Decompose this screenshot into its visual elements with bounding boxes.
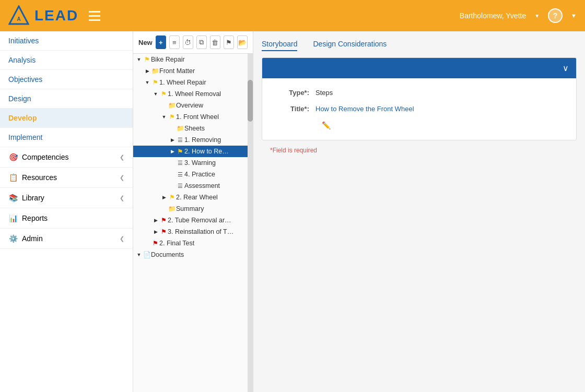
tree-item-rear-wheel[interactable]: ▶ ⚑ 2. Rear Wheel bbox=[133, 192, 248, 203]
label-final-test: 2. Final Test bbox=[159, 240, 248, 247]
tree-item-warning[interactable]: ☰ 3. Warning bbox=[133, 157, 248, 169]
help-button[interactable]: ? bbox=[548, 8, 563, 23]
tree-scrollbar-thumb bbox=[248, 80, 253, 122]
help-dropdown-icon[interactable]: ▼ bbox=[571, 13, 577, 19]
resources-chevron: ❮ bbox=[120, 174, 124, 181]
toggle-how-to-re[interactable]: ▶ bbox=[169, 148, 176, 155]
sidebar-item-design[interactable]: Design bbox=[0, 89, 133, 109]
sidebar-item-reports[interactable]: 📊 Reports bbox=[0, 208, 133, 229]
type-value: Steps bbox=[315, 89, 333, 97]
hamburger-menu[interactable] bbox=[89, 11, 100, 21]
user-name[interactable]: Bartholomew, Yvette bbox=[460, 11, 526, 20]
sidebar: Initiatives Analysis Objectives Design D… bbox=[0, 31, 133, 392]
app-header: A LEAD Bartholomew, Yvette ▼ ? ▼ bbox=[0, 0, 585, 31]
logo-area: A LEAD bbox=[8, 5, 78, 26]
tree-item-summary[interactable]: 📁 Summary bbox=[133, 203, 248, 215]
toggle-sheets bbox=[169, 125, 176, 132]
toggle-tube-removal[interactable]: ▶ bbox=[152, 217, 159, 224]
tree-item-wheel-repair[interactable]: ▼ ⚑ 1. Wheel Repair bbox=[133, 77, 248, 88]
toggle-removing[interactable]: ▶ bbox=[169, 136, 176, 144]
tree-item-front-matter[interactable]: ▶ 📁 Front Matter bbox=[133, 65, 248, 77]
toggle-reinstallation[interactable]: ▶ bbox=[152, 228, 159, 235]
sidebar-item-initiatives[interactable]: Initiatives bbox=[0, 31, 133, 51]
label-how-to-re: 2. How to Re… bbox=[184, 148, 248, 155]
tree-item-sheets[interactable]: 📁 Sheets bbox=[133, 123, 248, 134]
label-wheel-repair: 1. Wheel Repair bbox=[159, 79, 248, 86]
sidebar-item-competencies[interactable]: 🎯 Competencies ❮ bbox=[0, 147, 133, 168]
tree-scrollbar[interactable] bbox=[248, 54, 253, 392]
toggle-overview bbox=[160, 102, 168, 109]
label-summary: Summary bbox=[176, 205, 248, 212]
copy-button[interactable]: ⧉ bbox=[196, 35, 207, 49]
flag-button[interactable]: ⚑ bbox=[224, 35, 234, 49]
tab-storyboard[interactable]: Storyboard bbox=[262, 40, 297, 51]
sidebar-item-analysis[interactable]: Analysis bbox=[0, 51, 133, 70]
toggle-bike-repair[interactable]: ▼ bbox=[135, 56, 143, 63]
toggle-documents[interactable]: ▼ bbox=[135, 251, 143, 258]
tree-item-documents[interactable]: ▼ 📄 Documents bbox=[133, 249, 248, 260]
flag-icon-how-to-re: ⚑ bbox=[176, 147, 184, 156]
tree-item-assessment[interactable]: ☰ Assessment bbox=[133, 180, 248, 192]
label-bike-repair: Bike Repair bbox=[151, 56, 248, 63]
history-button[interactable]: ⏱ bbox=[183, 35, 193, 49]
toggle-wheel-repair[interactable]: ▼ bbox=[144, 79, 151, 86]
sidebar-item-objectives[interactable]: Objectives bbox=[0, 70, 133, 89]
sidebar-item-library[interactable]: 📚 Library ❮ bbox=[0, 188, 133, 208]
delete-button[interactable]: 🗑 bbox=[210, 35, 220, 49]
type-field-row: Type*: Steps bbox=[278, 89, 560, 97]
header-right: Bartholomew, Yvette ▼ ? ▼ bbox=[460, 8, 577, 23]
toggle-warning bbox=[169, 159, 176, 167]
toggle-front-wheel[interactable]: ▼ bbox=[160, 113, 168, 121]
tree-item-tube-removal[interactable]: ▶ ⚑ 2. Tube Removal ar… bbox=[133, 215, 248, 226]
toggle-final-test bbox=[144, 240, 151, 247]
tree-panel: New + ≡ ⏱ ⧉ 🗑 ⚑ 📂 ▼ ⚑ Bike Repair bbox=[133, 31, 253, 392]
edit-icon-area: ✏️ bbox=[318, 121, 560, 129]
sidebar-label-resources: Resources bbox=[22, 173, 57, 182]
flag-icon-rear-wheel: ⚑ bbox=[168, 193, 176, 201]
folder-button[interactable]: 📂 bbox=[237, 35, 248, 49]
add-button[interactable]: + bbox=[156, 35, 166, 49]
toggle-front-matter[interactable]: ▶ bbox=[144, 67, 151, 75]
sidebar-label-library: Library bbox=[22, 194, 44, 202]
folder-icon-overview: 📁 bbox=[168, 101, 176, 110]
toggle-wheel-removal[interactable]: ▼ bbox=[152, 90, 159, 98]
sidebar-label-reports: Reports bbox=[22, 214, 48, 222]
collapse-button[interactable]: ∨ bbox=[563, 63, 569, 73]
tree-item-bike-repair[interactable]: ▼ ⚑ Bike Repair bbox=[133, 54, 248, 65]
card-header: ∨ bbox=[262, 58, 576, 78]
tree-item-wheel-removal[interactable]: ▼ ⚑ 1. Wheel Removal bbox=[133, 88, 248, 100]
title-value: How to Remove the Front Wheel bbox=[315, 105, 414, 113]
flag-icon-front-wheel: ⚑ bbox=[168, 113, 176, 121]
tree-toolbar: New + ≡ ⏱ ⧉ 🗑 ⚑ 📂 bbox=[133, 31, 253, 54]
resources-icon: 📋 bbox=[8, 173, 18, 182]
type-label: Type*: bbox=[278, 89, 309, 97]
label-warning: 3. Warning bbox=[184, 159, 248, 167]
tree-item-reinstallation[interactable]: ▶ ⚑ 3. Reinstallation of T… bbox=[133, 226, 248, 237]
hierarchy-button[interactable]: ≡ bbox=[169, 35, 180, 49]
logo-text: LEAD bbox=[34, 7, 78, 24]
tree-item-front-wheel[interactable]: ▼ ⚑ 1. Front Wheel bbox=[133, 111, 248, 123]
sidebar-item-admin[interactable]: ⚙️ Admin ❮ bbox=[0, 229, 133, 249]
user-dropdown-icon[interactable]: ▼ bbox=[534, 13, 540, 19]
lines-icon-practice: ☰ bbox=[176, 170, 184, 179]
folder-icon-summary: 📁 bbox=[168, 205, 176, 213]
toggle-rear-wheel[interactable]: ▶ bbox=[160, 194, 168, 201]
content-card: ∨ Type*: Steps Title*: How to Remove the… bbox=[262, 57, 577, 140]
tab-design-considerations[interactable]: Design Considerations bbox=[313, 40, 387, 51]
label-overview: Overview bbox=[176, 102, 248, 109]
label-wheel-removal: 1. Wheel Removal bbox=[168, 90, 248, 98]
sidebar-item-resources[interactable]: 📋 Resources ❮ bbox=[0, 168, 133, 188]
sidebar-item-implement[interactable]: Implement bbox=[0, 128, 133, 147]
tree-item-final-test[interactable]: ⚑ 2. Final Test bbox=[133, 237, 248, 249]
tree-area: ▼ ⚑ Bike Repair ▶ 📁 Front Matter ▼ ⚑ bbox=[133, 54, 253, 392]
card-body: Type*: Steps Title*: How to Remove the F… bbox=[262, 78, 576, 140]
edit-icon[interactable]: ✏️ bbox=[322, 121, 331, 129]
tree-item-how-to-re[interactable]: ▶ ⚑ 2. How to Re… bbox=[133, 146, 248, 157]
sidebar-label-admin: Admin bbox=[22, 234, 43, 243]
toggle-summary bbox=[160, 205, 168, 212]
tree-item-overview[interactable]: 📁 Overview bbox=[133, 100, 248, 111]
tree-item-removing[interactable]: ▶ ☰ 1. Removing bbox=[133, 134, 248, 146]
flag-icon-final-test: ⚑ bbox=[151, 239, 159, 247]
tree-item-practice[interactable]: ☰ 4. Practice bbox=[133, 169, 248, 180]
sidebar-item-develop[interactable]: Develop bbox=[0, 109, 133, 128]
